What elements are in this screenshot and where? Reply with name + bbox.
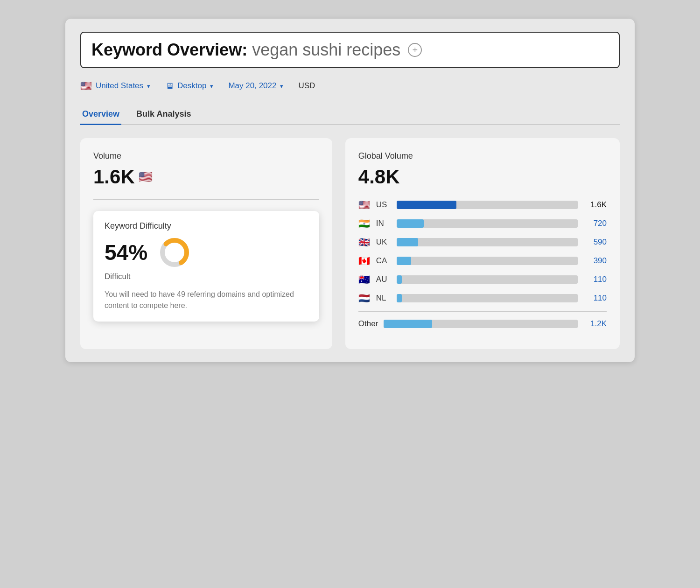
global-volume-value: 4.8K bbox=[358, 166, 607, 188]
country-code: CA bbox=[376, 256, 391, 266]
desktop-icon: 🖥 bbox=[165, 81, 174, 91]
country-code: US bbox=[376, 200, 391, 210]
kd-description: You will need to have 49 referring domai… bbox=[105, 289, 308, 311]
keyword-overview-header: Keyword Overview: vegan sushi recipes + bbox=[80, 32, 620, 68]
currency-label: USD bbox=[298, 81, 315, 91]
country-row: 🇨🇦 CA 390 bbox=[358, 255, 607, 266]
country-row: 🇳🇱 NL 110 bbox=[358, 293, 607, 304]
header-title-bold: Keyword Overview: bbox=[91, 40, 247, 60]
volume-value: 1.6K 🇺🇸 bbox=[93, 166, 319, 188]
country-bar bbox=[397, 219, 578, 228]
other-bar bbox=[384, 320, 578, 328]
kd-difficulty-label: Difficult bbox=[105, 272, 308, 281]
country-row: 🇮🇳 IN 720 bbox=[358, 218, 607, 229]
date-chevron-icon: ▾ bbox=[280, 83, 283, 90]
country-flag-icon: 🇳🇱 bbox=[358, 293, 371, 304]
tab-overview[interactable]: Overview bbox=[80, 105, 121, 125]
device-label: Desktop bbox=[177, 81, 206, 91]
date-label: May 20, 2022 bbox=[228, 81, 276, 91]
country-bar bbox=[397, 238, 578, 246]
header-title-keyword: vegan sushi recipes bbox=[252, 40, 400, 60]
country-bar-fill bbox=[397, 201, 456, 209]
device-chevron-icon: ▾ bbox=[210, 83, 213, 90]
country-bar bbox=[397, 294, 578, 302]
country-code: NL bbox=[376, 294, 391, 303]
country-bar-fill bbox=[397, 257, 411, 265]
kd-donut-chart bbox=[158, 236, 191, 269]
cards-row: Volume 1.6K 🇺🇸 Keyword Difficulty 54% bbox=[80, 138, 620, 349]
country-bar-fill bbox=[397, 238, 419, 246]
volume-card: Volume 1.6K 🇺🇸 Keyword Difficulty 54% bbox=[80, 138, 332, 349]
country-rows: 🇺🇸 US 1.6K 🇮🇳 IN 720 🇬🇧 UK 590 🇨🇦 CA bbox=[358, 199, 607, 304]
country-code: AU bbox=[376, 275, 391, 284]
kd-card: Keyword Difficulty 54% Difficult You wil… bbox=[93, 211, 319, 322]
country-bar-fill bbox=[397, 219, 424, 228]
us-flag-icon: 🇺🇸 bbox=[80, 80, 92, 91]
country-value: 720 bbox=[583, 219, 607, 228]
kd-value-row: 54% bbox=[105, 236, 308, 269]
us-flag-volume-icon: 🇺🇸 bbox=[139, 170, 153, 183]
volume-label: Volume bbox=[93, 151, 319, 161]
global-volume-card: Global Volume 4.8K 🇺🇸 US 1.6K 🇮🇳 IN 720 … bbox=[345, 138, 620, 349]
country-flag-icon: 🇮🇳 bbox=[358, 218, 371, 229]
country-bar-fill bbox=[397, 294, 402, 302]
country-flag-icon: 🇺🇸 bbox=[358, 199, 371, 210]
country-bar-fill bbox=[397, 275, 402, 284]
country-label: United States bbox=[96, 81, 143, 91]
date-filter[interactable]: May 20, 2022 ▾ bbox=[228, 81, 283, 91]
country-code: IN bbox=[376, 219, 391, 228]
global-volume-label: Global Volume bbox=[358, 151, 607, 161]
country-row: 🇺🇸 US 1.6K bbox=[358, 199, 607, 210]
country-row: 🇬🇧 UK 590 bbox=[358, 237, 607, 248]
country-value: 1.6K bbox=[583, 200, 607, 210]
country-filter[interactable]: 🇺🇸 United States ▾ bbox=[80, 80, 150, 91]
device-filter[interactable]: 🖥 Desktop ▾ bbox=[165, 81, 213, 91]
country-bar bbox=[397, 201, 578, 209]
country-value: 390 bbox=[583, 256, 607, 266]
other-divider bbox=[358, 311, 607, 312]
country-value: 590 bbox=[583, 238, 607, 247]
country-row: 🇦🇺 AU 110 bbox=[358, 274, 607, 285]
kd-percent: 54% bbox=[105, 240, 147, 265]
filters-row: 🇺🇸 United States ▾ 🖥 Desktop ▾ May 20, 2… bbox=[80, 78, 620, 93]
card-divider bbox=[93, 199, 319, 200]
country-bar bbox=[397, 257, 578, 265]
other-row: Other 1.2K bbox=[358, 319, 607, 329]
country-code: UK bbox=[376, 238, 391, 247]
main-container: Keyword Overview: vegan sushi recipes + … bbox=[65, 19, 635, 362]
add-keyword-button[interactable]: + bbox=[408, 43, 422, 57]
country-flag-icon: 🇨🇦 bbox=[358, 255, 371, 266]
country-bar bbox=[397, 275, 578, 284]
other-value: 1.2K bbox=[583, 319, 607, 329]
country-flag-icon: 🇬🇧 bbox=[358, 237, 371, 248]
other-label: Other bbox=[358, 319, 378, 329]
country-chevron-icon: ▾ bbox=[147, 83, 150, 90]
tabs-bar: Overview Bulk Analysis bbox=[80, 105, 620, 125]
tab-bulk-analysis[interactable]: Bulk Analysis bbox=[134, 105, 193, 125]
country-value: 110 bbox=[583, 275, 607, 284]
country-value: 110 bbox=[583, 294, 607, 303]
country-flag-icon: 🇦🇺 bbox=[358, 274, 371, 285]
kd-label: Keyword Difficulty bbox=[105, 221, 308, 231]
